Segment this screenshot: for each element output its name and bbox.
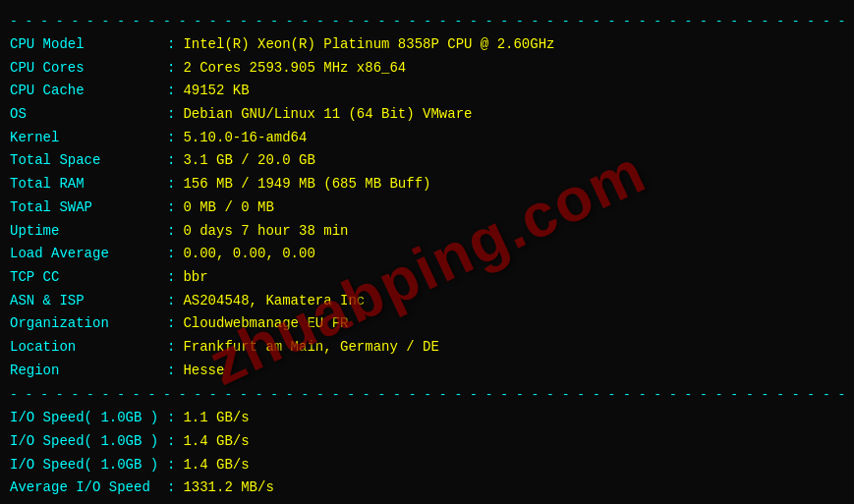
sys-colon-8: : (167, 221, 175, 243)
sys-value-5: 3.1 GB / 20.0 GB (183, 150, 314, 172)
sys-label-6: Total RAM (10, 174, 167, 196)
sys-colon-1: : (167, 58, 175, 80)
sys-value-14: Hesse (183, 361, 224, 382)
sys-value-2: 49152 KB (183, 81, 249, 102)
sys-value-1: 2 Cores 2593.905 MHz x86_64 (183, 58, 406, 80)
sys-label-7: Total SWAP (10, 197, 167, 219)
io-info-row: I/O Speed( 1.0GB ) : 1.4 GB/s (10, 431, 844, 453)
sys-label-10: TCP CC (10, 267, 167, 289)
io-label-1: I/O Speed( 1.0GB ) (10, 431, 167, 453)
sys-colon-14: : (167, 361, 175, 382)
mid-divider: - - - - - - - - - - - - - - - - - - - - … (10, 387, 844, 402)
sys-info-row: CPU Cache : 49152 KB (10, 81, 844, 102)
sys-value-8: 0 days 7 hour 38 min (183, 221, 348, 243)
io-info-section: I/O Speed( 1.0GB ) : 1.1 GB/s I/O Speed(… (10, 408, 844, 499)
sys-label-8: Uptime (10, 221, 167, 243)
sys-label-5: Total Space (10, 150, 167, 172)
io-info-row: Average I/O Speed : 1331.2 MB/s (10, 477, 844, 499)
io-value-1: 1.4 GB/s (183, 431, 249, 453)
sys-info-row: Kernel : 5.10.0-16-amd64 (10, 128, 844, 149)
sys-value-10: bbr (183, 267, 207, 289)
sys-value-0: Intel(R) Xeon(R) Platinum 8358P CPU @ 2.… (183, 34, 554, 56)
sys-label-14: Region (10, 361, 167, 382)
sys-label-13: Location (10, 337, 167, 359)
io-info-row: I/O Speed( 1.0GB ) : 1.4 GB/s (10, 455, 844, 476)
io-value-2: 1.4 GB/s (183, 455, 249, 476)
sys-value-13: Frankfurt am Main, Germany / DE (183, 337, 438, 359)
sys-colon-9: : (167, 244, 175, 265)
sys-label-2: CPU Cache (10, 81, 167, 102)
sys-colon-13: : (167, 337, 175, 359)
io-label-3: Average I/O Speed (10, 477, 167, 499)
sys-info-row: TCP CC : bbr (10, 267, 844, 289)
sys-colon-3: : (167, 104, 175, 126)
sys-value-9: 0.00, 0.00, 0.00 (183, 244, 314, 265)
io-info-row: I/O Speed( 1.0GB ) : 1.1 GB/s (10, 408, 844, 429)
sys-colon-7: : (167, 197, 175, 219)
sys-colon-0: : (167, 34, 175, 56)
system-info-section: CPU Model : Intel(R) Xeon(R) Platinum 83… (10, 34, 844, 381)
sys-info-row: Load Average : 0.00, 0.00, 0.00 (10, 244, 844, 265)
sys-colon-4: : (167, 128, 175, 149)
sys-info-row: CPU Cores : 2 Cores 2593.905 MHz x86_64 (10, 58, 844, 80)
sys-info-row: Organization : Cloudwebmanage EU FR (10, 313, 844, 335)
sys-label-1: CPU Cores (10, 58, 167, 80)
sys-colon-11: : (167, 291, 175, 312)
sys-value-4: 5.10.0-16-amd64 (183, 128, 307, 149)
sys-label-11: ASN & ISP (10, 291, 167, 312)
sys-colon-6: : (167, 174, 175, 196)
sys-label-12: Organization (10, 313, 167, 335)
sys-label-3: OS (10, 104, 167, 126)
sys-value-6: 156 MB / 1949 MB (685 MB Buff) (183, 174, 430, 196)
io-value-0: 1.1 GB/s (183, 408, 249, 429)
sys-info-row: ASN & ISP : AS204548, Kamatera Inc (10, 291, 844, 312)
sys-info-row: Total RAM : 156 MB / 1949 MB (685 MB Buf… (10, 174, 844, 196)
io-colon-1: : (167, 431, 175, 453)
sys-info-row: Total Space : 3.1 GB / 20.0 GB (10, 150, 844, 172)
sys-colon-2: : (167, 81, 175, 102)
sys-value-7: 0 MB / 0 MB (183, 197, 273, 219)
io-colon-0: : (167, 408, 175, 429)
sys-label-9: Load Average (10, 244, 167, 265)
top-divider: - - - - - - - - - - - - - - - - - - - - … (10, 14, 844, 28)
sys-value-3: Debian GNU/Linux 11 (64 Bit) VMware (183, 104, 472, 126)
io-label-2: I/O Speed( 1.0GB ) (10, 455, 167, 476)
sys-info-row: Uptime : 0 days 7 hour 38 min (10, 221, 844, 243)
sys-value-12: Cloudwebmanage EU FR (183, 313, 348, 335)
sys-label-4: Kernel (10, 128, 167, 149)
sys-value-11: AS204548, Kamatera Inc (183, 291, 365, 312)
io-label-0: I/O Speed( 1.0GB ) (10, 408, 167, 429)
io-colon-2: : (167, 455, 175, 476)
sys-colon-10: : (167, 267, 175, 289)
io-value-3: 1331.2 MB/s (183, 477, 273, 499)
sys-info-row: Location : Frankfurt am Main, Germany / … (10, 337, 844, 359)
sys-label-0: CPU Model (10, 34, 167, 56)
sys-info-row: OS : Debian GNU/Linux 11 (64 Bit) VMware (10, 104, 844, 126)
sys-colon-5: : (167, 150, 175, 172)
io-colon-3: : (167, 477, 175, 499)
sys-colon-12: : (167, 313, 175, 335)
sys-info-row: Region : Hesse (10, 361, 844, 382)
sys-info-row: CPU Model : Intel(R) Xeon(R) Platinum 83… (10, 34, 844, 56)
sys-info-row: Total SWAP : 0 MB / 0 MB (10, 197, 844, 219)
